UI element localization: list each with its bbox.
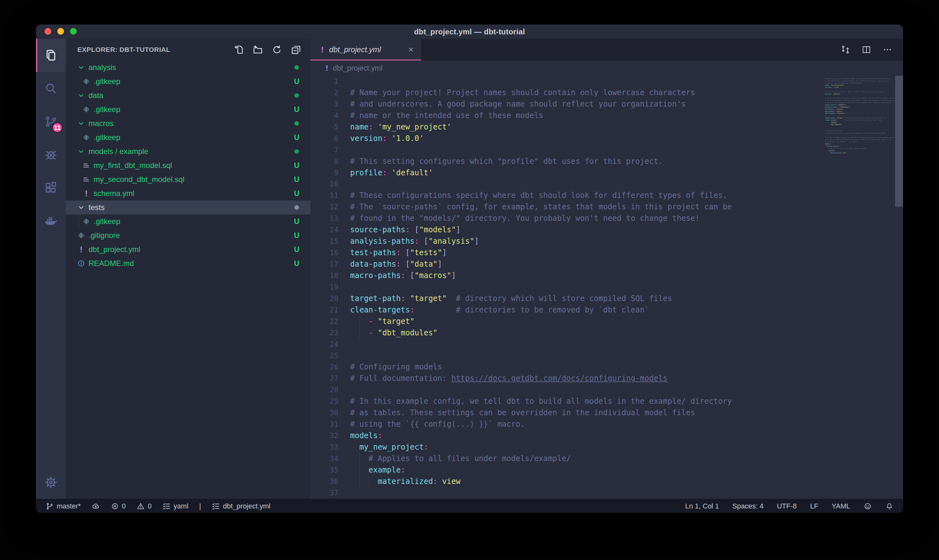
code-line-31[interactable]: 31# using the `{{ config(...) }}` macro. — [310, 419, 903, 430]
status-dbt-file-label: dbt_project.yml — [223, 502, 270, 510]
line-number: 26 — [310, 362, 339, 373]
code-line-10[interactable]: 10 — [310, 178, 903, 190]
status-publish[interactable] — [92, 502, 100, 510]
status-dbt-file[interactable]: dbt_project.yml — [212, 502, 270, 510]
code-line-13[interactable]: 13# found in the "models/" directory. Yo… — [310, 213, 903, 224]
split-editor-button[interactable] — [862, 45, 871, 54]
tree-item--gitkeep[interactable]: .gitkeepU — [66, 214, 310, 228]
code-line-36[interactable]: 36 materialized: view — [310, 476, 903, 488]
screen: dbt_project.yml — dbt-tutorial 11 EXPLOR… — [0, 0, 939, 560]
tree-item--gitkeep[interactable]: .gitkeepU — [66, 74, 310, 88]
code-line-7[interactable]: 7 — [310, 145, 903, 156]
editor-scrollbar[interactable] — [895, 76, 903, 207]
code-line-9[interactable]: 9profile: 'default' — [310, 168, 903, 179]
activity-extensions[interactable] — [36, 171, 66, 204]
code-line-33[interactable]: 33 my_new_project: — [310, 442, 903, 453]
tree-item--gitkeep[interactable]: .gitkeepU — [66, 103, 310, 117]
status-git-branch[interactable]: master* — [46, 502, 81, 510]
code-line-37[interactable]: 37 — [310, 488, 903, 499]
code-line-6[interactable]: 6version: '1.0.0' — [310, 133, 903, 145]
code-line-28[interactable]: 28 — [310, 385, 903, 396]
close-tab-icon[interactable]: × — [406, 45, 416, 55]
title-bar[interactable]: dbt_project.yml — dbt-tutorial — [36, 25, 903, 39]
code-line-24[interactable]: 24 — [310, 339, 903, 350]
feedback-icon — [864, 502, 872, 510]
status-language-mode[interactable]: YAML — [832, 502, 850, 510]
code-line-20[interactable]: 20target-path: "target" # directory whic… — [310, 293, 903, 305]
status-warnings[interactable]: 0 — [137, 502, 151, 510]
code-line-1[interactable]: 1 — [310, 76, 903, 87]
tree-item-data[interactable]: data — [66, 88, 310, 103]
status-feedback[interactable] — [864, 502, 872, 510]
code-line-25[interactable]: 25 — [310, 350, 903, 362]
git-icon — [82, 105, 91, 114]
status-indentation[interactable]: Spaces: 4 — [733, 502, 764, 510]
code-line-16[interactable]: 16test-paths: ["tests"] — [310, 247, 903, 259]
code-line-18[interactable]: 18macro-paths: ["macros"] — [310, 270, 903, 282]
status-notifications[interactable] — [885, 502, 893, 510]
new-file-icon — [233, 44, 244, 55]
new-folder-button[interactable] — [252, 44, 263, 55]
code-editor[interactable]: 12# Name your project! Project names sho… — [310, 76, 903, 499]
tab-dbt-project-yml[interactable]: ! dbt_project.yml × — [310, 39, 421, 60]
refresh-button[interactable] — [271, 44, 282, 55]
tree-item-tests[interactable]: tests — [66, 200, 310, 214]
status-errors[interactable]: 0 — [111, 502, 126, 510]
breadcrumb[interactable]: ! dbt_project.yml — [310, 60, 903, 76]
code-line-26[interactable]: 26# Configuring models — [310, 362, 903, 373]
code-line-30[interactable]: 30# as tables. These settings can be ove… — [310, 407, 903, 419]
tree-item-my-second-dbt-model-sql[interactable]: my_second_dbt_model.sqlU — [66, 172, 310, 186]
close-window-button[interactable] — [45, 28, 51, 35]
code-line-34[interactable]: 34 # Applies to all files under models/e… — [310, 453, 903, 465]
status-eol[interactable]: LF — [810, 502, 818, 510]
more-actions-button[interactable] — [883, 45, 892, 54]
code-line-32[interactable]: 32models: — [310, 430, 903, 442]
code-line-19[interactable]: 19 — [310, 282, 903, 293]
code-line-27[interactable]: 27# Full documentation: https://docs.get… — [310, 373, 903, 385]
tree-item-schema-yml[interactable]: !schema.ymlU — [66, 186, 310, 200]
tree-item--gitkeep[interactable]: .gitkeepU — [66, 131, 310, 145]
activity-docker[interactable] — [36, 204, 66, 237]
code-line-3[interactable]: 3# and underscores. A good package name … — [310, 98, 903, 110]
code-line-29[interactable]: 29# In this example config, we tell dbt … — [310, 396, 903, 407]
code-line-4[interactable]: 4# name or the intended use of these mod… — [310, 110, 903, 122]
collapse-all-button[interactable] — [291, 44, 302, 55]
minimap[interactable]: # Name your project! Project names shoul… — [825, 76, 895, 156]
status-cursor-position[interactable]: Ln 1, Col 1 — [685, 502, 719, 510]
explorer-sidebar: EXPLORER: DBT-TUTORIAL analysis.gitkeepU… — [66, 39, 310, 499]
activity-source-control[interactable]: 11 — [36, 105, 66, 138]
status-encoding[interactable]: UTF-8 — [777, 502, 797, 510]
git-icon — [82, 77, 91, 86]
debug-icon — [44, 148, 58, 162]
minimize-window-button[interactable] — [57, 28, 64, 35]
line-number: 10 — [310, 178, 339, 190]
git-file-icon — [77, 231, 86, 240]
open-changes-button[interactable] — [840, 45, 850, 54]
code-line-21[interactable]: 21clean-targets: # directories to be rem… — [310, 305, 903, 316]
code-line-12[interactable]: 12# The `source-paths` config, for examp… — [310, 202, 903, 213]
code-line-35[interactable]: 35 example: — [310, 465, 903, 476]
code-line-17[interactable]: 17data-paths: ["data"] — [310, 259, 903, 270]
tree-item-dbt-project-yml[interactable]: !dbt_project.ymlU — [66, 243, 310, 257]
code-line-8[interactable]: 8# This setting configures which "profil… — [310, 156, 903, 168]
activity-explorer[interactable] — [36, 39, 66, 72]
code-line-2[interactable]: 2# Name your project! Project names shou… — [310, 87, 903, 98]
code-line-11[interactable]: 11# These configurations specify where d… — [310, 190, 903, 202]
zoom-window-button[interactable] — [70, 28, 77, 35]
tree-item-macros[interactable]: macros — [66, 117, 310, 131]
code-line-5[interactable]: 5name: 'my_new_project' — [310, 122, 903, 133]
code-line-22[interactable]: 22 - "target" — [310, 316, 903, 328]
code-line-15[interactable]: 15analysis-paths: ["analysis"] — [310, 236, 903, 247]
tree-item-my-first-dbt-model-sql[interactable]: my_first_dbt_model.sqlU — [66, 158, 310, 172]
tree-item-readme-md[interactable]: README.mdU — [66, 257, 310, 271]
code-line-23[interactable]: 23 - "dbt_modules" — [310, 328, 903, 339]
tree-item--gitignore[interactable]: .gitignoreU — [66, 228, 310, 243]
code-line-14[interactable]: 14source-paths: ["models"] — [310, 224, 903, 236]
tree-item-analysis[interactable]: analysis — [66, 60, 310, 74]
new-file-button[interactable] — [233, 44, 244, 55]
activity-debug[interactable] — [36, 138, 66, 171]
status-dbt-language[interactable]: yaml — [162, 502, 188, 510]
activity-settings[interactable] — [36, 466, 66, 499]
tree-item-models-example[interactable]: models / example — [66, 145, 310, 158]
activity-search[interactable] — [36, 72, 66, 105]
